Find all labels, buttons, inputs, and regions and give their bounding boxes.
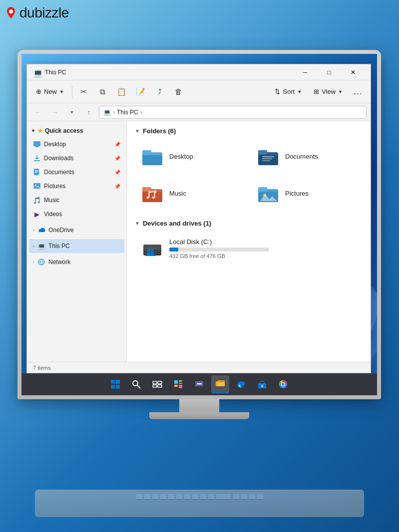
- folders-section-header[interactable]: ▼ Folders (6): [135, 127, 363, 135]
- keyboard-area: [35, 490, 364, 517]
- view-button[interactable]: ⊞ View ▼: [309, 83, 348, 100]
- sort-button[interactable]: ⇅ Sort ▼: [270, 83, 307, 100]
- documents-folder-icon: [257, 145, 279, 167]
- taskbar-taskview-button[interactable]: [148, 375, 166, 393]
- copy-button[interactable]: ⧉: [94, 83, 111, 100]
- close-button[interactable]: ✕: [342, 64, 365, 80]
- recent-button[interactable]: ▼: [65, 105, 79, 119]
- sidebar-item-videos[interactable]: ▶ Videos: [29, 207, 124, 221]
- pictures-icon: [33, 182, 41, 190]
- folder-item-desktop[interactable]: Desktop: [135, 140, 247, 173]
- network-chevron-icon: ›: [33, 260, 34, 265]
- svg-rect-11: [35, 171, 38, 172]
- minimize-button[interactable]: ─: [294, 64, 317, 80]
- music-folder-label: Music: [169, 190, 186, 197]
- svg-point-66: [282, 383, 285, 386]
- pictures-pin-icon: 📌: [114, 184, 120, 189]
- new-chevron-icon: ▼: [59, 89, 64, 94]
- sidebar-item-documents[interactable]: Documents 📌: [29, 165, 124, 179]
- delete-button[interactable]: 🗑: [170, 83, 187, 100]
- svg-rect-43: [116, 385, 120, 389]
- path-separator-2: ›: [140, 109, 142, 116]
- onedrive-label: OneDrive: [48, 227, 120, 234]
- taskbar-store-button[interactable]: S: [253, 375, 271, 393]
- dubizzle-watermark: dubizzle: [5, 5, 69, 21]
- folders-grid: Desktop: [135, 140, 363, 210]
- desktop-pin-icon: 📌: [114, 142, 120, 147]
- sort-label: Sort: [283, 88, 295, 95]
- folder-item-pictures[interactable]: Pictures: [251, 177, 363, 210]
- desktop-folder-icon: [141, 145, 163, 167]
- widgets-icon: [173, 379, 183, 389]
- this-pc-section: › 💻 This PC: [27, 238, 126, 254]
- maximize-button[interactable]: □: [318, 64, 341, 80]
- monitor-screen: 💻 This PC ─ □ ✕ ⊕ New ▼: [21, 54, 377, 395]
- documents-label: Documents: [44, 169, 111, 176]
- search-icon: [131, 379, 141, 389]
- sidebar-item-pictures[interactable]: Pictures 📌: [29, 179, 124, 193]
- new-button[interactable]: ⊕ New ▼: [31, 83, 69, 100]
- folders-chevron-icon: ▼: [135, 128, 140, 134]
- title-bar-icon: 💻: [33, 68, 41, 76]
- folder-item-documents[interactable]: Documents: [251, 140, 363, 173]
- sidebar-item-this-pc[interactable]: › 💻 This PC: [29, 239, 124, 253]
- desktop-folder-icon-wrap: [140, 144, 164, 168]
- onedrive-chevron-icon: ›: [33, 228, 34, 233]
- svg-point-0: [9, 9, 13, 13]
- title-bar-controls: ─ □ ✕: [294, 64, 365, 80]
- more-button[interactable]: ...: [350, 83, 367, 100]
- svg-rect-22: [258, 150, 267, 154]
- taskbar-chat-button[interactable]: [190, 375, 208, 393]
- item-count: 7 items: [33, 365, 50, 371]
- devices-section-header[interactable]: ▼ Devices and drives (1): [135, 220, 363, 227]
- cut-button[interactable]: ✂: [75, 83, 92, 100]
- network-icon: [37, 258, 45, 266]
- status-bar: 7 items: [27, 362, 371, 373]
- quick-access-group[interactable]: ▼ ★ Quick access: [27, 124, 126, 137]
- dubizzle-logo-icon: [5, 6, 17, 20]
- address-path[interactable]: 💻 › This PC ›: [99, 106, 367, 119]
- drive-item-c[interactable]: Local Disk (C:) 432 GB free of 476 GB: [135, 232, 275, 265]
- svg-rect-42: [111, 385, 115, 389]
- svg-rect-51: [179, 380, 182, 382]
- downloads-icon: [33, 154, 41, 162]
- sidebar-item-downloads[interactable]: Downloads 📌: [29, 151, 124, 165]
- taskbar-edge-button[interactable]: [232, 375, 250, 393]
- sidebar-item-music[interactable]: 🎵 Music: [29, 193, 124, 207]
- sidebar-item-onedrive[interactable]: › OneDrive: [29, 223, 124, 237]
- folder-item-music[interactable]: Music: [135, 177, 247, 210]
- svg-rect-53: [174, 385, 178, 387]
- documents-icon: [33, 168, 41, 176]
- taskbar-widgets-button[interactable]: [169, 375, 187, 393]
- pictures-label: Pictures: [44, 183, 111, 190]
- up-button[interactable]: ↑: [82, 105, 96, 119]
- svg-rect-19: [142, 150, 151, 154]
- win-desktop: 💻 This PC ─ □ ✕ ⊕ New ▼: [21, 54, 377, 373]
- title-bar: 💻 This PC ─ □ ✕: [27, 64, 371, 80]
- share-button[interactable]: ⤴: [151, 83, 168, 100]
- toolbar-divider-1: [72, 86, 72, 98]
- view-chevron-icon: ▼: [338, 89, 343, 94]
- sidebar-item-desktop[interactable]: Desktop 📌: [29, 137, 124, 151]
- forward-button[interactable]: →: [48, 105, 62, 119]
- svg-rect-50: [174, 380, 178, 384]
- taskbar-explorer-button[interactable]: [211, 375, 229, 393]
- sidebar-item-network[interactable]: › Network: [29, 255, 124, 269]
- dubizzle-text: dubizzle: [19, 5, 69, 21]
- svg-rect-52: [179, 383, 182, 384]
- new-label: New: [44, 88, 57, 95]
- quick-access-label: Quick access: [45, 127, 83, 134]
- svg-rect-40: [111, 380, 115, 384]
- taskbar-chrome-button[interactable]: [274, 375, 292, 393]
- paste-button[interactable]: 📋: [113, 83, 130, 100]
- svg-point-56: [197, 383, 199, 385]
- keyboard-key: [168, 494, 174, 500]
- taskbar-start-button[interactable]: [106, 375, 124, 393]
- rename-button[interactable]: 📝: [132, 83, 149, 100]
- svg-rect-35: [147, 252, 150, 255]
- taskbar-search-button[interactable]: [127, 375, 145, 393]
- back-button[interactable]: ←: [31, 105, 45, 119]
- sort-icon: ⇅: [275, 88, 280, 95]
- keyboard-key: [241, 494, 247, 500]
- svg-text:S: S: [261, 384, 264, 388]
